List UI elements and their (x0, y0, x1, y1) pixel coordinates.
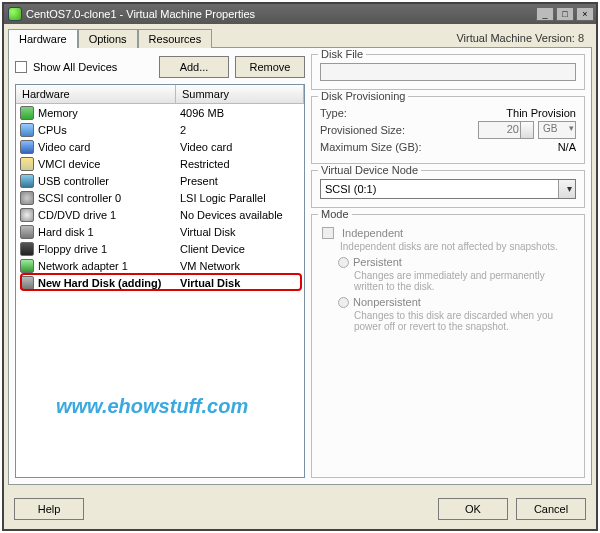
list-rows: Memory4096 MBCPUs2Video cardVideo cardVM… (16, 104, 304, 477)
persistent-label: Persistent (353, 256, 402, 268)
hardware-row[interactable]: New Hard Disk (adding)Virtual Disk (16, 274, 304, 291)
window-title: CentOS7.0-clone1 - Virtual Machine Prope… (26, 8, 255, 20)
hardware-row[interactable]: Floppy drive 1Client Device (16, 240, 304, 257)
independent-checkbox (322, 227, 334, 239)
disk-icon (20, 276, 34, 290)
list-header: Hardware Summary (16, 85, 304, 104)
type-label: Type: (320, 107, 506, 119)
row-name: CD/DVD drive 1 (38, 209, 180, 221)
row-name: CPUs (38, 124, 180, 136)
hardware-row[interactable]: Network adapter 1VM Network (16, 257, 304, 274)
content-body: Show All Devices Add... Remove Hardware … (8, 47, 592, 485)
vmci-icon (20, 157, 34, 171)
remove-button[interactable]: Remove (235, 56, 305, 78)
network-icon (20, 259, 34, 273)
hardware-row[interactable]: CD/DVD drive 1No Devices available (16, 206, 304, 223)
vdnode-select[interactable]: SCSI (0:1) (320, 179, 576, 199)
hardware-row[interactable]: SCSI controller 0LSI Logic Parallel (16, 189, 304, 206)
row-name: SCSI controller 0 (38, 192, 180, 204)
row-summary: Restricted (180, 158, 300, 170)
titlebar: CentOS7.0-clone1 - Virtual Machine Prope… (4, 4, 596, 24)
row-name: New Hard Disk (adding) (38, 277, 180, 289)
row-summary: Virtual Disk (180, 277, 300, 289)
hardware-row[interactable]: Video cardVideo card (16, 138, 304, 155)
hardware-row[interactable]: CPUs2 (16, 121, 304, 138)
row-name: Video card (38, 141, 180, 153)
tab-options[interactable]: Options (78, 29, 138, 48)
floppy-icon (20, 242, 34, 256)
max-size-label: Maximum Size (GB): (320, 141, 558, 153)
cpu-icon (20, 123, 34, 137)
row-summary: 2 (180, 124, 300, 136)
window: CentOS7.0-clone1 - Virtual Machine Prope… (2, 2, 598, 531)
disk-file-label: Disk File (318, 48, 366, 60)
vdnode-value: SCSI (0:1) (325, 183, 376, 195)
max-size-value: N/A (558, 141, 576, 153)
disk-file-field (320, 63, 576, 81)
hardware-row[interactable]: USB controllerPresent (16, 172, 304, 189)
add-button[interactable]: Add... (159, 56, 229, 78)
cancel-button[interactable]: Cancel (516, 498, 586, 520)
scsi-icon (20, 191, 34, 205)
left-toolbar: Show All Devices Add... Remove (15, 54, 305, 84)
memory-icon (20, 106, 34, 120)
row-summary: VM Network (180, 260, 300, 272)
provisioned-size-unit: GB (538, 121, 576, 139)
col-summary[interactable]: Summary (176, 85, 304, 103)
row-name: Floppy drive 1 (38, 243, 180, 255)
usb-icon (20, 174, 34, 188)
close-button[interactable]: × (576, 7, 594, 21)
row-name: Hard disk 1 (38, 226, 180, 238)
hardware-row[interactable]: Hard disk 1Virtual Disk (16, 223, 304, 240)
tab-strip: Hardware Options Resources Virtual Machi… (4, 24, 596, 47)
group-disk-provisioning: Disk Provisioning Type: Thin Provision P… (311, 96, 585, 164)
maximize-button[interactable]: □ (556, 7, 574, 21)
hardware-row[interactable]: VMCI deviceRestricted (16, 155, 304, 172)
row-name: Network adapter 1 (38, 260, 180, 272)
row-summary: No Devices available (180, 209, 300, 221)
row-name: VMCI device (38, 158, 180, 170)
row-summary: LSI Logic Parallel (180, 192, 300, 204)
provisioned-size-label: Provisioned Size: (320, 124, 478, 136)
left-pane: Show All Devices Add... Remove Hardware … (15, 54, 305, 478)
group-mode: Mode Independent Independent disks are n… (311, 214, 585, 478)
persistent-desc: Changes are immediately and permanently … (354, 270, 576, 292)
group-virtual-device-node: Virtual Device Node SCSI (0:1) (311, 170, 585, 208)
tab-resources[interactable]: Resources (138, 29, 213, 48)
help-button[interactable]: Help (14, 498, 84, 520)
show-all-label: Show All Devices (33, 61, 117, 73)
tab-hardware[interactable]: Hardware (8, 29, 78, 48)
row-name: Memory (38, 107, 180, 119)
row-name: USB controller (38, 175, 180, 187)
show-all-checkbox[interactable] (15, 61, 27, 73)
ok-button[interactable]: OK (438, 498, 508, 520)
nonpersistent-radio (338, 297, 349, 308)
vm-version-label: Virtual Machine Version: 8 (456, 28, 592, 47)
watermark: www.ehowstuff.com (56, 395, 248, 418)
group-disk-file: Disk File (311, 54, 585, 90)
nonpersistent-label: Nonpersistent (353, 296, 421, 308)
right-pane: Disk File Disk Provisioning Type: Thin P… (311, 54, 585, 478)
vdnode-label: Virtual Device Node (318, 164, 421, 176)
type-value: Thin Provision (506, 107, 576, 119)
disk-icon (20, 225, 34, 239)
row-summary: Video card (180, 141, 300, 153)
provisioned-size-value: 20 (478, 121, 534, 139)
persistent-radio (338, 257, 349, 268)
mode-label: Mode (318, 208, 352, 220)
row-summary: 4096 MB (180, 107, 300, 119)
footer: Help OK Cancel (4, 489, 596, 529)
hardware-list: Hardware Summary Memory4096 MBCPUs2Video… (15, 84, 305, 478)
row-summary: Client Device (180, 243, 300, 255)
row-summary: Present (180, 175, 300, 187)
cd-icon (20, 208, 34, 222)
minimize-button[interactable]: _ (536, 7, 554, 21)
row-summary: Virtual Disk (180, 226, 300, 238)
provisioning-label: Disk Provisioning (318, 90, 408, 102)
independent-desc: Independent disks are not affected by sn… (340, 241, 576, 252)
col-hardware[interactable]: Hardware (16, 85, 176, 103)
hardware-row[interactable]: Memory4096 MB (16, 104, 304, 121)
nonpersistent-desc: Changes to this disk are discarded when … (354, 310, 576, 332)
independent-label: Independent (342, 227, 403, 239)
video-icon (20, 140, 34, 154)
